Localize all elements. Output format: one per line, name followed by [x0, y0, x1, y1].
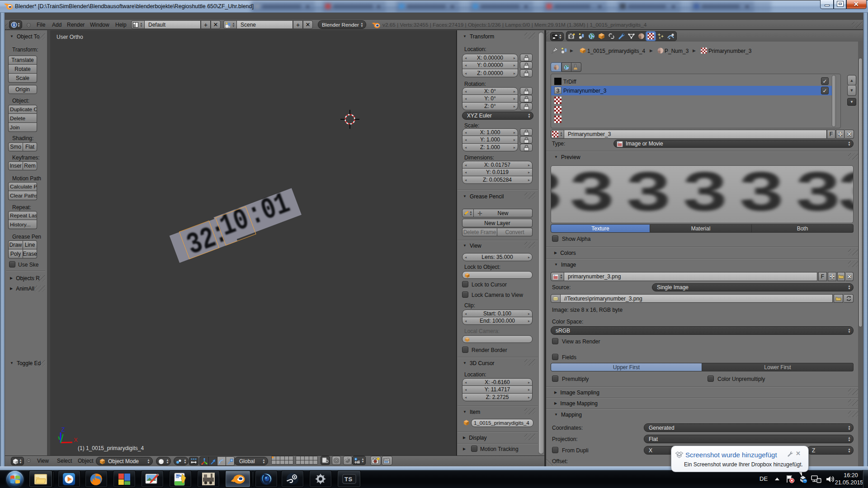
- svg-text:X: X: [74, 436, 78, 443]
- svg-text:N++: N++: [176, 474, 182, 477]
- svg-text:TS: TS: [344, 476, 353, 483]
- svg-text:Z: Z: [61, 426, 65, 433]
